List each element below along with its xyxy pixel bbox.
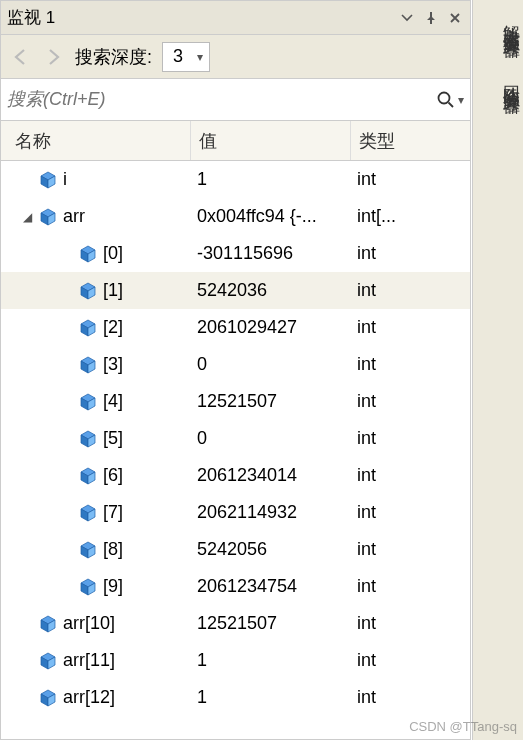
table-row[interactable]: arr[10]12521507int [1, 605, 470, 642]
row-value: 5242056 [191, 531, 351, 568]
close-icon[interactable] [446, 9, 464, 27]
watch-panel: 监视 1 搜索深度: 3 ▾ ▾ [0, 0, 471, 740]
row-name: arr[12] [63, 687, 115, 708]
table-row[interactable]: arr[11]1int [1, 642, 470, 679]
row-type: int [351, 679, 470, 716]
row-type: int [351, 309, 470, 346]
titlebar: 监视 1 [1, 1, 470, 35]
row-name: arr [63, 206, 85, 227]
row-type: int [351, 494, 470, 531]
row-value: 2061234014 [191, 457, 351, 494]
table-row[interactable]: [5]0int [1, 420, 470, 457]
row-type: int [351, 642, 470, 679]
header-type[interactable]: 类型 [351, 121, 470, 160]
row-value: 1 [191, 642, 351, 679]
row-value: 12521507 [191, 383, 351, 420]
row-name: [7] [103, 502, 123, 523]
sidebar-tab-team-explorer[interactable]: 团队资源管理器 [473, 60, 523, 98]
variable-cube-icon [79, 541, 97, 559]
header-value[interactable]: 值 [191, 121, 351, 160]
watermark: CSDN @TTang-sq [409, 719, 517, 734]
row-type: int [351, 161, 470, 198]
row-value: 5242036 [191, 272, 351, 309]
variable-cube-icon [39, 689, 57, 707]
variable-cube-icon [39, 208, 57, 226]
dropdown-icon[interactable] [398, 9, 416, 27]
variable-cube-icon [39, 615, 57, 633]
table-row[interactable]: [3]0int [1, 346, 470, 383]
row-value: 1 [191, 161, 351, 198]
table-row[interactable]: i1int [1, 161, 470, 198]
search-button[interactable]: ▾ [436, 90, 464, 110]
row-name: i [63, 169, 67, 190]
row-name: arr[10] [63, 613, 115, 634]
table-row[interactable]: [8]5242056int [1, 531, 470, 568]
row-name: [5] [103, 428, 123, 449]
row-value: 0x004ffc94 {-... [191, 198, 351, 235]
expander-icon[interactable]: ◢ [15, 210, 39, 224]
variable-cube-icon [79, 578, 97, 596]
variable-cube-icon [79, 504, 97, 522]
row-type: int [351, 605, 470, 642]
column-headers: 名称 值 类型 [1, 121, 470, 161]
toolbar: 搜索深度: 3 ▾ [1, 35, 470, 79]
variable-cube-icon [79, 393, 97, 411]
row-type: int [351, 235, 470, 272]
variable-cube-icon [79, 356, 97, 374]
back-arrow-icon[interactable] [7, 43, 35, 71]
depth-label: 搜索深度: [75, 45, 152, 69]
table-row[interactable]: ◢arr0x004ffc94 {-...int[... [1, 198, 470, 235]
row-value: 0 [191, 420, 351, 457]
row-type: int [351, 383, 470, 420]
search-input[interactable] [7, 89, 436, 110]
variable-cube-icon [79, 245, 97, 263]
row-type: int [351, 457, 470, 494]
row-type: int [351, 531, 470, 568]
row-value: 2061234754 [191, 568, 351, 605]
row-name: [1] [103, 280, 123, 301]
table-row[interactable]: arr[12]1int [1, 679, 470, 716]
table-row[interactable]: [4]12521507int [1, 383, 470, 420]
table-row[interactable]: [0]-301115696int [1, 235, 470, 272]
searchbar: ▾ [1, 79, 470, 121]
row-name: arr[11] [63, 650, 115, 671]
variable-cube-icon [79, 430, 97, 448]
forward-arrow-icon[interactable] [39, 43, 67, 71]
header-name[interactable]: 名称 [1, 121, 191, 160]
row-name: [8] [103, 539, 123, 560]
row-name: [9] [103, 576, 123, 597]
depth-value: 3 [173, 46, 191, 67]
row-value: -301115696 [191, 235, 351, 272]
sidebar: 解决方案资源管理器 团队资源管理器 [472, 0, 523, 740]
rows-container: i1int◢arr0x004ffc94 {-...int[...[0]-3011… [1, 161, 470, 739]
variable-cube-icon [79, 467, 97, 485]
table-row[interactable]: [7]2062114932int [1, 494, 470, 531]
row-value: 2061029427 [191, 309, 351, 346]
sidebar-tab-solution-explorer[interactable]: 解决方案资源管理器 [473, 0, 523, 42]
row-type: int [351, 420, 470, 457]
variable-cube-icon [39, 171, 57, 189]
row-name: [0] [103, 243, 123, 264]
panel-title: 监视 1 [7, 6, 398, 29]
depth-select[interactable]: 3 ▾ [162, 42, 210, 72]
table-row[interactable]: [1]5242036int [1, 272, 470, 309]
variable-cube-icon [39, 652, 57, 670]
row-type: int [351, 568, 470, 605]
svg-point-0 [439, 92, 450, 103]
row-value: 1 [191, 679, 351, 716]
row-value: 12521507 [191, 605, 351, 642]
row-type: int [351, 272, 470, 309]
table-row[interactable]: [9]2061234754int [1, 568, 470, 605]
table-row[interactable]: [2]2061029427int [1, 309, 470, 346]
chevron-down-icon: ▾ [197, 50, 203, 64]
variable-cube-icon [79, 282, 97, 300]
pin-icon[interactable] [422, 9, 440, 27]
row-name: [2] [103, 317, 123, 338]
chevron-down-icon: ▾ [458, 93, 464, 107]
variable-cube-icon [79, 319, 97, 337]
row-name: [6] [103, 465, 123, 486]
table-row[interactable]: [6]2061234014int [1, 457, 470, 494]
row-name: [4] [103, 391, 123, 412]
svg-line-1 [449, 102, 454, 107]
row-name: [3] [103, 354, 123, 375]
